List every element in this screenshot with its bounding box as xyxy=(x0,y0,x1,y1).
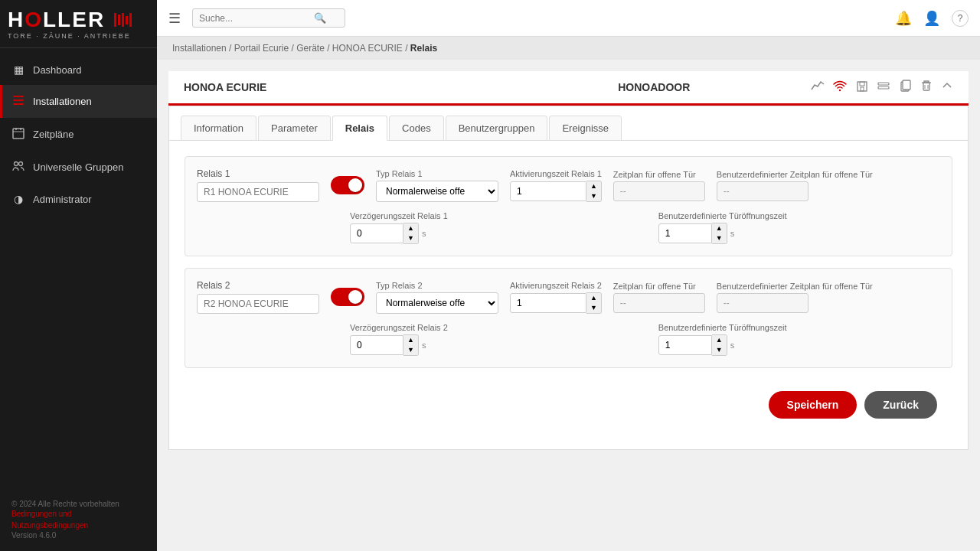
relay2-benutzerdef-oeffnungszeit-down[interactable]: ▼ xyxy=(712,345,727,355)
relay1-name-input[interactable] xyxy=(197,182,319,202)
relay1-benutzerdef-zeitplan-input xyxy=(717,181,808,201)
breadcrumb-current: Relais xyxy=(410,43,437,54)
relay1-zeitplan-group: Zeitplan für offene Tür xyxy=(613,170,705,201)
svg-rect-1 xyxy=(13,99,24,101)
notification-icon[interactable]: 🔔 xyxy=(895,10,912,27)
relay2-benutzerdef-oeffnungszeit-input[interactable] xyxy=(658,335,712,355)
relay1-benutzerdef-oeffnungszeit-up[interactable]: ▲ xyxy=(712,223,727,233)
relay2-verzoegerungszeit-down[interactable]: ▼ xyxy=(403,345,418,355)
chevron-up-icon[interactable] xyxy=(941,80,953,95)
svg-rect-11 xyxy=(860,82,864,86)
sidebar-item-universelle-gruppen[interactable]: Universelle Gruppen xyxy=(0,151,157,184)
layers-icon[interactable] xyxy=(877,79,890,96)
svg-rect-2 xyxy=(13,103,24,105)
breadcrumb-installationen[interactable]: Installationen xyxy=(172,43,227,54)
administrator-icon: ◑ xyxy=(11,193,25,205)
relay2-verzoegerungszeit-up[interactable]: ▲ xyxy=(403,335,418,345)
search-icon[interactable]: 🔍 xyxy=(314,12,326,24)
relay1-verzoegerungszeit-up[interactable]: ▲ xyxy=(403,223,418,233)
relay2-aktivierungszeit-input[interactable] xyxy=(510,293,586,313)
relay1-benutzerdef-oeffnungszeit-label: Benutzerdefinierte Türöffnungszeit xyxy=(658,211,787,220)
chart-icon[interactable] xyxy=(811,79,825,96)
back-button[interactable]: Zurück xyxy=(864,391,937,419)
copy-icon[interactable] xyxy=(898,79,912,96)
relay2-name-input[interactable] xyxy=(197,294,319,314)
tab-benutzergruppen[interactable]: Benutzergruppen xyxy=(446,116,548,141)
relay2-verzoegerungszeit-label: Verzögerungszeit Relais 2 xyxy=(350,323,448,332)
relay1-benutzerdef-oeffnungszeit-input[interactable] xyxy=(658,223,712,243)
help-icon[interactable]: ? xyxy=(952,10,969,27)
sidebar-item-dashboard[interactable]: ▦ Dashboard xyxy=(0,54,157,85)
device-icons xyxy=(811,79,953,96)
relay1-zeitplan-input xyxy=(613,181,705,201)
relay1-typ-select[interactable]: Normalerweise offe xyxy=(376,181,498,202)
relay1-verzoegerungszeit-down[interactable]: ▼ xyxy=(403,233,418,243)
svg-rect-14 xyxy=(878,86,889,89)
wifi-icon[interactable] xyxy=(832,80,848,95)
copyright-text: © 2024 Alle Rechte vorbehalten xyxy=(11,500,119,508)
relay2-aktivierungszeit-up[interactable]: ▲ xyxy=(586,293,601,303)
relay2-zeitplan-group: Zeitplan für offene Tür xyxy=(613,282,705,313)
relay1-verzoegerungszeit-suffix: s xyxy=(422,229,426,238)
relay2-benutzerdef-oeffnungszeit-spinbtn: ▲ ▼ xyxy=(712,334,727,356)
relay1-benutzerdef-oeffnungszeit-suffix: s xyxy=(730,229,735,238)
relay1-aktivierungszeit-input[interactable] xyxy=(510,181,586,201)
relay1-verzoegerungszeit-input[interactable] xyxy=(350,223,403,243)
relay1-typ-label: Typ Relais 1 xyxy=(376,169,498,178)
logo-bars xyxy=(114,13,132,27)
terms-link[interactable]: Bedingungen und Nutzungsbedingungen xyxy=(11,508,145,531)
content-area: HONOA ECURIE HONOADOOR xyxy=(157,60,980,551)
svg-rect-13 xyxy=(878,83,889,85)
sidebar-item-label: Zeitpläne xyxy=(33,129,74,140)
building-icon[interactable] xyxy=(855,79,869,96)
relay2-typ-group: Typ Relais 2 Normalerweise offe xyxy=(376,281,498,314)
tab-relais[interactable]: Relais xyxy=(332,116,387,141)
svg-rect-10 xyxy=(858,82,867,91)
relay2-toggle[interactable] xyxy=(331,288,364,306)
logo-area: HOLLER TORE · ZÄUNE · ANTRIEBE xyxy=(0,0,157,48)
relay2-typ-select[interactable]: Normalerweise offe xyxy=(376,292,498,314)
search-input[interactable] xyxy=(199,13,314,24)
tab-parameter[interactable]: Parameter xyxy=(258,116,331,141)
relay2-benutzerdef-oeffnungszeit-up[interactable]: ▲ xyxy=(712,335,727,345)
tab-codes[interactable]: Codes xyxy=(389,116,444,141)
sidebar-item-installationen[interactable]: Installationen xyxy=(0,85,157,118)
svg-rect-16 xyxy=(903,80,910,90)
breadcrumb-geraete[interactable]: Geräte xyxy=(296,43,325,54)
sidebar-item-label: Dashboard xyxy=(33,64,82,76)
svg-rect-12 xyxy=(861,87,864,91)
form-content: Relais 1 Typ Relais 1 Normalerweise offe xyxy=(169,141,968,449)
relay1-aktivierungszeit-up[interactable]: ▲ xyxy=(586,181,601,191)
relay1-verzoegerungszeit-group: Verzögerungszeit Relais 1 ▲ ▼ s xyxy=(350,211,448,244)
relay1-typ-group: Typ Relais 1 Normalerweise offe xyxy=(376,169,498,202)
svg-point-7 xyxy=(15,162,18,166)
relay1-benutzerdef-oeffnungszeit-spinbtn: ▲ ▼ xyxy=(712,223,727,244)
save-button[interactable]: Speichern xyxy=(769,391,858,419)
relay1-benutzerdef-oeffnungszeit-down[interactable]: ▼ xyxy=(712,233,727,243)
logo-subtitle: TORE · ZÄUNE · ANTRIEBE xyxy=(8,32,149,40)
user-icon[interactable]: 👤 xyxy=(923,10,940,27)
relay-1-section: Relais 1 Typ Relais 1 Normalerweise offe xyxy=(185,156,952,256)
sidebar-item-administrator[interactable]: ◑ Administrator xyxy=(0,184,157,214)
relay2-verzoegerungszeit-suffix: s xyxy=(422,341,426,350)
tab-ereignisse[interactable]: Ereignisse xyxy=(549,116,622,141)
svg-rect-0 xyxy=(13,96,24,97)
breadcrumb-honoa[interactable]: HONOA ECURIE xyxy=(332,43,403,54)
relay2-benutzerdef-oeffnungszeit-label: Benutzerdefinierte Türöffnungszeit xyxy=(658,323,787,332)
dashboard-icon: ▦ xyxy=(11,64,25,76)
relay2-verzoegerungszeit-input[interactable] xyxy=(350,335,403,355)
relay2-verzoegerungszeit-spinbtn: ▲ ▼ xyxy=(403,334,419,356)
relay1-aktivierungszeit-down[interactable]: ▼ xyxy=(586,191,601,201)
tabs-row: Information Parameter Relais Codes Benut… xyxy=(169,106,968,141)
relay2-verzoegerungszeit-row: ▲ ▼ s xyxy=(350,334,448,356)
delete-icon[interactable] xyxy=(920,79,933,96)
menu-icon[interactable]: ☰ xyxy=(168,10,181,27)
relay1-toggle[interactable] xyxy=(331,176,364,194)
relay2-aktivierungszeit-down[interactable]: ▼ xyxy=(586,303,601,313)
installationen-icon xyxy=(11,94,25,109)
svg-rect-3 xyxy=(13,129,24,139)
sidebar-item-zeitplaene[interactable]: Zeitpläne xyxy=(0,118,157,151)
relay1-verzoegerungszeit-label: Verzögerungszeit Relais 1 xyxy=(350,211,448,220)
breadcrumb-portail[interactable]: Portail Ecurie xyxy=(234,43,289,54)
tab-information[interactable]: Information xyxy=(181,116,256,141)
